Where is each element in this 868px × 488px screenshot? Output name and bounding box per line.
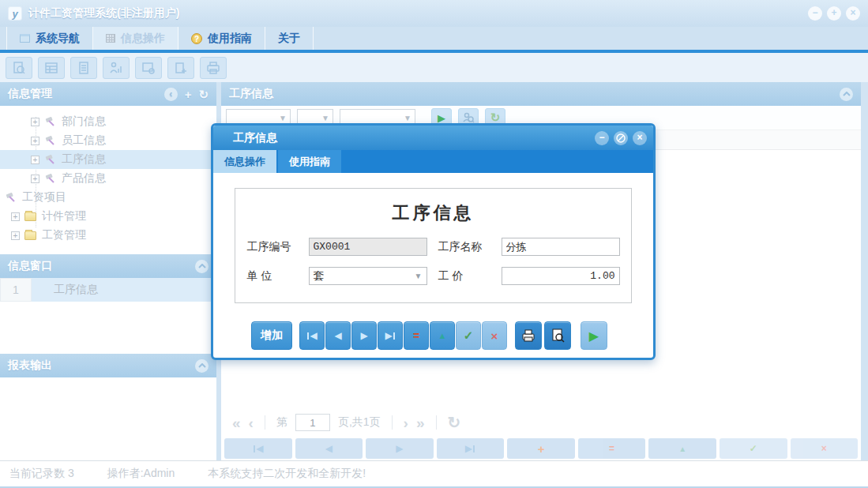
tree-item-process[interactable]: + 工序信息: [0, 150, 216, 169]
next-icon: ▶: [396, 443, 403, 454]
dialog-minimize-icon[interactable]: −: [595, 131, 609, 145]
minimize-icon[interactable]: −: [808, 6, 822, 21]
expand-icon[interactable]: +: [11, 231, 20, 240]
next-record-button[interactable]: ▶: [366, 438, 434, 459]
operator: 操作者:Admin: [107, 467, 175, 481]
window-badge-button[interactable]: [135, 57, 162, 79]
chevron-down-icon: ▼: [279, 114, 287, 122]
edit-record-button[interactable]: ▲: [648, 438, 716, 459]
pagination-bar: « ‹ 第 页,共1页 › » ↻: [221, 408, 861, 437]
document-icon: [77, 61, 91, 75]
first-page-icon[interactable]: «: [232, 415, 241, 430]
next-record-button[interactable]: ▶: [351, 321, 377, 350]
equals-icon: =: [413, 329, 419, 342]
reload-icon[interactable]: ↻: [448, 413, 461, 432]
prev-record-button[interactable]: ◀: [325, 321, 351, 350]
add-record-button[interactable]: +: [507, 438, 575, 459]
list-item[interactable]: 1 工序信息: [0, 278, 216, 302]
cancel-button[interactable]: ×: [791, 438, 859, 459]
dialog-tab-user-guide[interactable]: 使用指南: [278, 150, 341, 173]
last-record-button[interactable]: ▶: [437, 438, 505, 459]
window-title: 计件工资管理系统(非注册用户): [28, 6, 179, 21]
cancel-button[interactable]: ×: [482, 321, 507, 350]
tree-item-employee[interactable]: + 员工信息: [0, 131, 216, 150]
prev-record-button[interactable]: ◀: [295, 438, 363, 459]
new-document-button[interactable]: [167, 57, 194, 79]
tree-item-salary-items[interactable]: 工资项目: [0, 188, 216, 207]
tab-about[interactable]: 关于: [265, 27, 314, 50]
dialog-restore-icon[interactable]: [614, 131, 628, 145]
maximize-icon[interactable]: +: [827, 6, 841, 21]
first-record-button[interactable]: ◀: [224, 438, 292, 459]
chevron-up-icon[interactable]: [840, 88, 853, 101]
chevron-up-icon[interactable]: [195, 359, 209, 373]
table-button[interactable]: [38, 57, 65, 79]
delete-record-button[interactable]: =: [404, 321, 429, 350]
unit-label: 单 位: [247, 269, 298, 283]
print-button[interactable]: [515, 321, 542, 350]
app-icon: y: [8, 6, 22, 21]
tree-item-salary-mgmt[interactable]: + 工资管理: [0, 226, 216, 245]
tab-user-guide[interactable]: ? 使用指南: [178, 27, 265, 50]
process-code-field[interactable]: [309, 238, 427, 256]
unit-value: 套: [314, 269, 325, 283]
tree-item-piecework-mgmt[interactable]: + 计件管理: [0, 207, 216, 226]
prev-icon: ◀: [325, 443, 333, 454]
print-preview-button[interactable]: [544, 321, 571, 350]
dialog-tab-info-operation[interactable]: 信息操作: [213, 150, 276, 173]
document-button[interactable]: [70, 57, 97, 79]
prev-icon: ◀: [256, 443, 263, 454]
report-output-header: 报表输出: [0, 354, 216, 377]
process-name-field[interactable]: [502, 238, 620, 256]
tree-label: 产品信息: [62, 171, 106, 186]
printer-button[interactable]: [200, 57, 227, 79]
price-field[interactable]: [502, 267, 620, 285]
info-window-list: 1 工序信息: [0, 278, 216, 354]
page-number-input[interactable]: [295, 414, 330, 431]
expand-icon[interactable]: +: [31, 156, 39, 164]
form-heading: 工序信息: [250, 201, 617, 225]
expand-icon[interactable]: +: [31, 118, 39, 126]
section-title: 报表输出: [8, 358, 52, 373]
chevron-down-icon: ▼: [404, 114, 411, 122]
collapse-left-icon[interactable]: ‹: [164, 88, 178, 101]
tree-item-department[interactable]: + 部门信息: [0, 112, 216, 131]
status-note: 本系统支持二次开发和全新开发!: [208, 467, 366, 481]
refresh-icon[interactable]: ↻: [198, 88, 209, 100]
close-icon[interactable]: ×: [846, 6, 860, 21]
new-document-icon: [174, 61, 188, 75]
delete-record-button[interactable]: =: [578, 438, 646, 459]
expand-icon[interactable]: +: [31, 137, 39, 145]
first-record-button[interactable]: ◀: [299, 321, 325, 350]
expand-icon[interactable]: +: [31, 175, 39, 183]
cross-icon: ×: [491, 329, 498, 343]
tab-system-nav[interactable]: 系统导航: [6, 27, 93, 50]
add-button[interactable]: 增加: [251, 321, 292, 350]
prev-icon: ◀: [310, 330, 317, 341]
expand-icon[interactable]: +: [11, 212, 20, 221]
edit-record-button[interactable]: ▲: [430, 321, 455, 350]
user-search-icon: [462, 111, 475, 124]
preview-button[interactable]: [6, 57, 32, 79]
prev-page-icon[interactable]: ‹: [249, 415, 254, 430]
play-icon: ▶: [589, 328, 599, 343]
dialog-close-icon[interactable]: ×: [633, 131, 647, 145]
confirm-button[interactable]: ✓: [456, 321, 481, 350]
tree-item-product[interactable]: + 产品信息: [0, 169, 216, 188]
separator: [436, 415, 437, 430]
tab-info-operation[interactable]: 信息操作: [93, 27, 178, 50]
run-button[interactable]: ▶: [581, 321, 607, 350]
last-record-button[interactable]: ▶: [378, 321, 403, 350]
confirm-button[interactable]: ✓: [720, 438, 787, 459]
user-chart-button[interactable]: [103, 57, 130, 79]
printer-icon: [520, 328, 536, 343]
page-prefix: 第: [276, 415, 287, 430]
add-icon[interactable]: +: [185, 88, 192, 100]
chevron-up-icon[interactable]: [195, 260, 209, 273]
next-page-icon[interactable]: ›: [404, 415, 408, 430]
tab-label: 信息操作: [121, 32, 165, 46]
last-page-icon[interactable]: »: [416, 415, 425, 430]
play-icon: ▶: [438, 112, 445, 124]
unit-select[interactable]: 套 ▼: [309, 267, 427, 285]
separator: [392, 415, 393, 430]
